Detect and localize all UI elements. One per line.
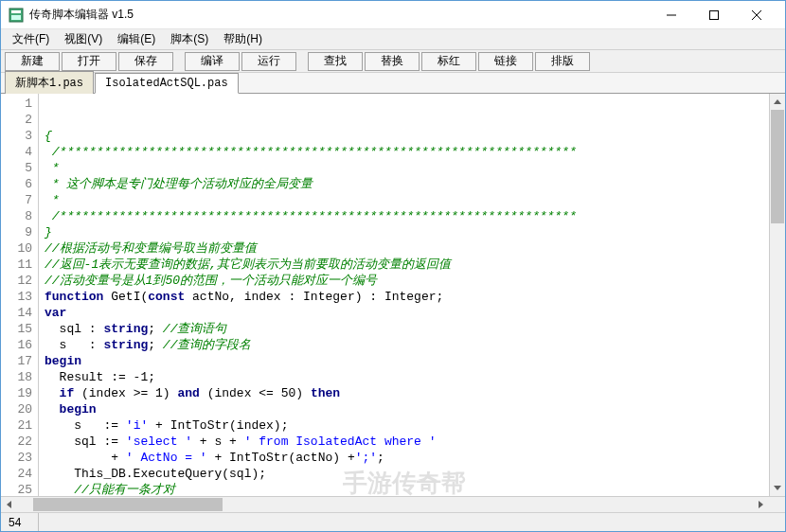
code-line[interactable]: Result := -1; [45, 369, 763, 385]
code-token [45, 401, 60, 417]
code-line[interactable]: This_DB.ExecuteQuery(sql); [45, 466, 763, 482]
code-line[interactable]: /***************************************… [45, 208, 763, 224]
menu-item[interactable]: 编辑(E) [110, 29, 163, 49]
code-token: if [60, 385, 75, 401]
line-number: 16 [1, 337, 32, 353]
status-spacer [39, 513, 785, 531]
toolbar-button[interactable]: 链接 [478, 52, 533, 71]
horizontal-scrollbar[interactable] [1, 496, 785, 512]
hscroll-track[interactable] [17, 497, 753, 512]
code-line[interactable]: //活动变量号是从1到50的范围，一个活动只能对应一个编号 [45, 273, 763, 289]
code-token: ; [377, 450, 384, 466]
toolbar-button[interactable]: 排版 [535, 52, 590, 71]
line-number: 1 [1, 96, 32, 112]
code-token: ' from IsolatedAct where ' [244, 434, 437, 450]
line-number: 9 [1, 224, 32, 240]
window-title: 传奇脚本编辑器 v1.5 [29, 7, 650, 23]
scroll-right-button[interactable] [753, 497, 769, 512]
line-number: 15 [1, 321, 32, 337]
code-line[interactable]: if (index >= 1) and (index <= 50) then [45, 385, 763, 401]
line-number: 10 [1, 240, 32, 257]
code-token: //返回-1表示无要查询的数据,其它则表示为当前要取的活动变量的返回值 [45, 257, 451, 273]
line-number: 24 [1, 466, 32, 482]
line-number: 5 [1, 160, 32, 176]
horizontal-scroll-thumb[interactable] [33, 498, 223, 511]
code-token: Result := -1; [45, 369, 155, 385]
close-button[interactable] [735, 1, 777, 28]
toolbar-button[interactable]: 标红 [421, 52, 476, 71]
line-number-gutter: 1234567891011121314151617181920212223242… [1, 94, 39, 496]
code-line[interactable]: * [45, 160, 763, 176]
line-number: 6 [1, 176, 32, 192]
code-token: function [45, 289, 103, 305]
toolbar-button[interactable]: 编译 [185, 52, 240, 71]
menu-item[interactable]: 帮助(H) [216, 29, 270, 49]
code-token: ';' [355, 450, 377, 466]
line-number: 19 [1, 385, 32, 401]
code-token: sql : [45, 321, 103, 337]
code-token: * [45, 192, 60, 208]
toolbar-button[interactable]: 运行 [241, 52, 296, 71]
code-line[interactable]: //根据活动号和变量编号取当前变量值 [45, 240, 763, 257]
code-token: * [45, 160, 60, 176]
toolbar-button[interactable]: 保存 [118, 52, 173, 71]
code-token [45, 385, 60, 401]
vertical-scroll-thumb[interactable] [771, 110, 784, 223]
menu-item[interactable]: 文件(F) [5, 29, 57, 49]
menubar: 文件(F)视图(V)编辑(E)脚本(S)帮助(H) [1, 29, 785, 50]
titlebar: 传奇脚本编辑器 v1.5 [1, 1, 785, 29]
code-line[interactable]: var [45, 305, 763, 321]
line-number: 23 [1, 450, 32, 466]
code-editor[interactable]: 1234567891011121314151617181920212223242… [1, 94, 785, 496]
editor-tab[interactable]: 新脚本1.pas [5, 71, 94, 94]
maximize-button[interactable] [692, 1, 735, 28]
line-number: 12 [1, 273, 32, 289]
scroll-left-button[interactable] [1, 497, 17, 512]
code-token: + s + [192, 434, 244, 450]
code-token: //根据活动号和变量编号取当前变量值 [45, 240, 257, 257]
code-line[interactable]: begin [45, 401, 763, 417]
code-line[interactable]: + ' ActNo = ' + IntToStr(actNo) +';'; [45, 450, 763, 466]
code-line[interactable]: * [45, 192, 763, 208]
code-line[interactable]: s : string; //查询的字段名 [45, 337, 763, 353]
vertical-scrollbar[interactable] [769, 94, 785, 496]
code-line[interactable]: sql := 'select ' + s + ' from IsolatedAc… [45, 434, 763, 450]
code-token: This_DB.ExecuteQuery(sql); [45, 466, 266, 482]
code-line[interactable]: begin [45, 353, 763, 369]
code-token: string [103, 321, 148, 337]
editor-tab[interactable]: IsolatedActSQL.pas [95, 73, 239, 94]
line-number: 7 [1, 192, 32, 208]
code-content[interactable]: { /*************************************… [39, 94, 769, 496]
code-line[interactable]: sql : string; //查询语句 [45, 321, 763, 337]
code-token: } [45, 224, 52, 240]
toolbar-button[interactable]: 打开 [62, 52, 116, 71]
app-window: 传奇脚本编辑器 v1.5 文件(F)视图(V)编辑(E)脚本(S)帮助(H) 新… [0, 0, 786, 532]
code-token: //查询语句 [163, 321, 227, 337]
toolbar-button[interactable]: 查找 [308, 52, 363, 71]
code-line[interactable]: * 这个脚本是专门处理每个活动对应的全局变量 [45, 176, 763, 192]
code-token: GetI( [103, 289, 148, 305]
code-line[interactable]: /***************************************… [45, 144, 763, 160]
code-token: const [148, 289, 185, 305]
code-line[interactable]: function GetI(const actNo, index : Integ… [45, 289, 763, 305]
code-line[interactable]: s := 'i' + IntToStr(index); [45, 417, 763, 434]
code-line[interactable]: //只能有一条才对 [45, 482, 763, 496]
line-number: 14 [1, 305, 32, 321]
scroll-down-button[interactable] [770, 480, 785, 496]
code-token: then [311, 385, 340, 401]
menu-item[interactable]: 视图(V) [57, 29, 110, 49]
code-token: //只能有一条才对 [74, 482, 175, 496]
toolbar-button[interactable]: 替换 [365, 52, 420, 71]
toolbar-button[interactable]: 新建 [5, 52, 60, 71]
minimize-button[interactable] [650, 1, 692, 28]
code-token: + IntToStr(index); [148, 417, 288, 434]
window-controls [650, 1, 777, 28]
code-token: //活动变量号是从1到50的范围，一个活动只能对应一个编号 [45, 273, 377, 289]
code-line[interactable]: } [45, 224, 763, 240]
scroll-up-button[interactable] [770, 94, 785, 110]
code-token: 'select ' [126, 434, 192, 450]
code-line[interactable]: //返回-1表示无要查询的数据,其它则表示为当前要取的活动变量的返回值 [45, 257, 763, 273]
code-line[interactable]: { [45, 128, 763, 144]
line-number: 8 [1, 208, 32, 224]
menu-item[interactable]: 脚本(S) [163, 29, 216, 49]
